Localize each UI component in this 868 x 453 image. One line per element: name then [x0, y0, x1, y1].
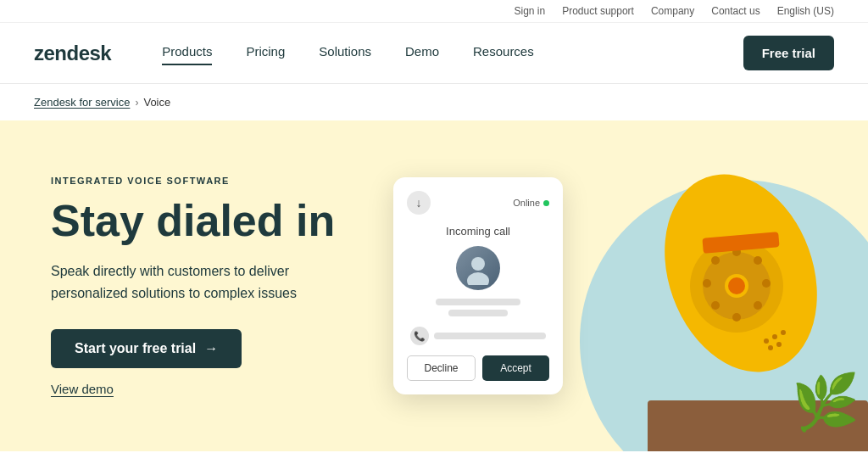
phone-icon: 📞 [410, 327, 429, 345]
start-trial-label: Start your free trial [75, 341, 196, 356]
caller-detail-line [448, 310, 508, 316]
accept-button[interactable]: Accept [482, 355, 549, 381]
contact-us-link[interactable]: Contact us [711, 5, 760, 17]
arrow-icon: → [204, 341, 218, 356]
caller-avatar [456, 246, 500, 290]
download-icon[interactable]: ↓ [407, 191, 431, 215]
online-status: Online [513, 198, 549, 208]
call-actions: Decline Accept [407, 355, 549, 381]
company-link[interactable]: Company [651, 5, 694, 17]
svg-point-1 [467, 272, 489, 285]
breadcrumb: Zendesk for service › Voice [0, 84, 868, 120]
svg-point-6 [728, 277, 745, 294]
card-header: ↓ Online [407, 191, 549, 215]
breadcrumb-current: Voice [143, 96, 170, 109]
product-support-link[interactable]: Product support [562, 5, 634, 17]
incoming-call-card: ↓ Online Incoming call 📞 [393, 177, 563, 394]
nav-pricing[interactable]: Pricing [246, 44, 285, 62]
hero-section: INTEGRATED VOICE SOFTWARE Stay dialed in… [0, 120, 868, 451]
language-link[interactable]: English (US) [777, 5, 834, 17]
svg-point-0 [471, 257, 485, 271]
svg-point-9 [762, 279, 771, 288]
nav-solutions[interactable]: Solutions [319, 44, 371, 62]
main-nav: zendesk Products Pricing Solutions Demo … [0, 23, 868, 84]
sign-in-link[interactable]: Sign in [514, 5, 545, 17]
hero-eyebrow: INTEGRATED VOICE SOFTWARE [51, 176, 407, 186]
phone-icon-row: 📞 [407, 327, 549, 345]
svg-point-18 [781, 330, 786, 335]
plant-decoration: 🌿 [792, 371, 860, 434]
logo[interactable]: zendesk [34, 42, 111, 65]
decline-button[interactable]: Decline [407, 355, 476, 381]
svg-point-11 [732, 313, 741, 322]
nav-resources[interactable]: Resources [473, 44, 534, 62]
incoming-call-label: Incoming call [407, 225, 549, 238]
nav-links: Products Pricing Solutions Demo Resource… [162, 44, 743, 62]
breadcrumb-separator: › [135, 97, 138, 109]
status-line [434, 333, 546, 339]
retro-phone-image [639, 154, 843, 392]
svg-point-16 [764, 338, 769, 344]
hero-visual: ↓ Online Incoming call 📞 [376, 120, 868, 451]
svg-point-12 [711, 301, 720, 310]
nav-demo[interactable]: Demo [405, 44, 439, 62]
view-demo-button[interactable]: View demo [51, 382, 114, 396]
caller-info-lines [407, 299, 549, 316]
hero-description: Speak directly with customers to deliver… [51, 260, 356, 304]
svg-point-20 [776, 342, 782, 347]
nav-products[interactable]: Products [162, 44, 212, 62]
svg-point-14 [711, 256, 720, 265]
svg-point-17 [772, 334, 777, 339]
free-trial-button[interactable]: Free trial [743, 36, 834, 70]
svg-point-10 [754, 301, 762, 310]
svg-point-13 [703, 279, 711, 288]
caller-name-line [436, 299, 520, 305]
hero-content: INTEGRATED VOICE SOFTWARE Stay dialed in… [51, 176, 407, 397]
utility-bar: Sign in Product support Company Contact … [0, 0, 868, 23]
start-trial-button[interactable]: Start your free trial → [51, 329, 242, 368]
svg-point-19 [768, 345, 773, 350]
online-dot-icon [543, 200, 549, 206]
svg-point-8 [754, 256, 762, 265]
breadcrumb-parent[interactable]: Zendesk for service [34, 96, 130, 109]
hero-title: Stay dialed in [51, 198, 407, 244]
online-label: Online [513, 198, 540, 208]
